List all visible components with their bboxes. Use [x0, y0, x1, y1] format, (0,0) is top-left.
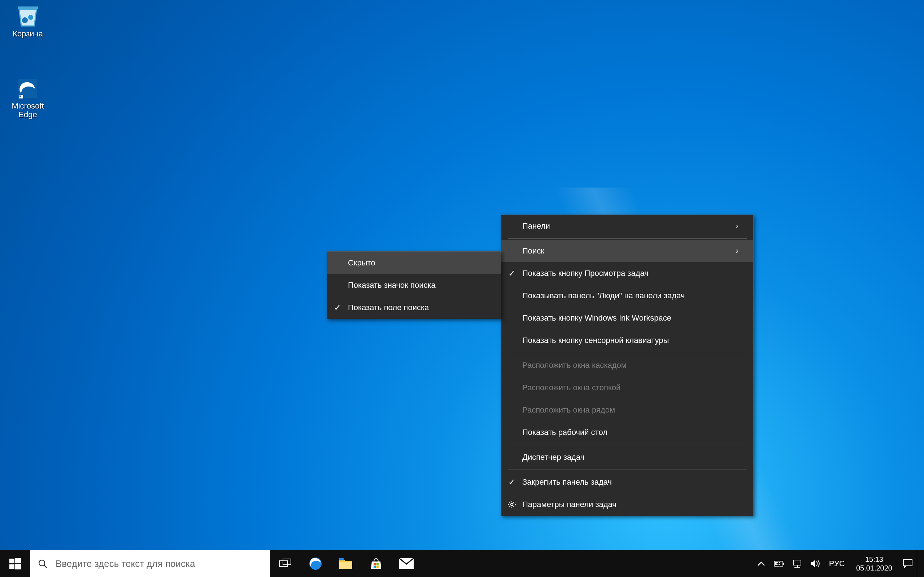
- search-placeholder: Введите здесь текст для поиска: [56, 558, 195, 569]
- sub-item-2[interactable]: ✓Показать поле поиска: [327, 297, 501, 319]
- menu-item-label: Расположить окна рядом: [522, 405, 745, 415]
- sub-item-1[interactable]: Показать значок поиска: [327, 274, 501, 297]
- ctx-item[interactable]: Диспетчер задач: [501, 446, 753, 469]
- ctx-item[interactable]: Показать кнопку сенсорной клавиатуры: [501, 329, 753, 351]
- gear-icon: [501, 501, 522, 508]
- taskbar[interactable]: Введите здесь текст для поиска: [0, 550, 924, 577]
- ctx-item: Расположить окна каскадом: [501, 354, 753, 377]
- check-icon: ✓: [501, 477, 522, 487]
- ctx-item[interactable]: Панели›: [501, 215, 753, 237]
- menu-item-label: Закрепить панель задач: [522, 477, 745, 487]
- ctx-item[interactable]: ✓Закрепить панель задач: [501, 471, 753, 493]
- taskbar-app-edge[interactable]: [300, 550, 331, 577]
- svg-rect-14: [339, 562, 352, 569]
- tray-time: 15:13: [865, 555, 883, 564]
- menu-item-label: Расположить окна стопкой: [522, 383, 745, 392]
- svg-rect-6: [15, 558, 21, 563]
- ctx-item[interactable]: Показывать панель "Люди" на панели задач: [501, 285, 753, 307]
- menu-item-label: Расположить окна каскадом: [522, 361, 745, 370]
- chevron-right-icon: ›: [729, 246, 745, 256]
- svg-rect-5: [10, 559, 15, 563]
- svg-line-10: [44, 565, 47, 568]
- taskbar-app-store[interactable]: [361, 550, 391, 577]
- desktop-icon-label: Корзина: [4, 29, 51, 38]
- sub-item-0[interactable]: Скрыто: [327, 252, 501, 274]
- menu-item-label: Диспетчер задач: [522, 453, 745, 462]
- system-tray: РУС 15:13 05.01.2020: [749, 550, 924, 577]
- svg-rect-22: [783, 562, 784, 565]
- taskbar-app-explorer[interactable]: [331, 550, 361, 577]
- svg-rect-16: [373, 563, 376, 566]
- menu-item-label: Показать кнопку Просмотра задач: [522, 269, 745, 278]
- tray-volume-icon[interactable]: [806, 550, 824, 577]
- svg-point-1: [28, 15, 33, 20]
- menu-item-label: Показать поле поиска: [348, 303, 492, 312]
- ctx-item: Расположить окна рядом: [501, 399, 753, 421]
- desktop-icon-edge[interactable]: Microsoft Edge: [4, 77, 51, 119]
- menu-item-label: Скрыто: [348, 258, 492, 268]
- menu-item-label: Показать кнопку Windows Ink Workspace: [522, 313, 745, 323]
- search-icon: [37, 559, 48, 569]
- ctx-item[interactable]: Поиск›: [501, 240, 753, 262]
- svg-point-0: [22, 17, 28, 23]
- ctx-item: Расположить окна стопкой: [501, 377, 753, 399]
- tray-language[interactable]: РУС: [824, 550, 850, 577]
- check-icon: ✓: [501, 268, 522, 279]
- svg-rect-18: [373, 566, 376, 568]
- tray-power-icon[interactable]: [770, 550, 788, 577]
- menu-item-label: Показать кнопку сенсорной клавиатуры: [522, 336, 745, 345]
- ctx-item[interactable]: Параметры панели задач: [501, 493, 753, 516]
- show-desktop-button[interactable]: [917, 550, 921, 577]
- start-button[interactable]: [0, 550, 30, 577]
- menu-item-label: Поиск: [522, 246, 729, 256]
- menu-item-label: Показывать панель "Люди" на панели задач: [522, 291, 745, 300]
- menu-item-label: Показать рабочий стол: [522, 428, 745, 437]
- desktop[interactable]: Корзина Microsoft Edge Панели›Поиск›✓Пок…: [0, 0, 924, 577]
- tray-overflow-chevron-icon[interactable]: [752, 550, 770, 577]
- svg-rect-7: [10, 564, 15, 569]
- search-box[interactable]: Введите здесь текст для поиска: [30, 550, 270, 577]
- task-view-button[interactable]: [270, 550, 300, 577]
- desktop-icon-recycle-bin[interactable]: Корзина: [4, 5, 51, 38]
- ctx-item[interactable]: Показать рабочий стол: [501, 421, 753, 443]
- tray-clock[interactable]: 15:13 05.01.2020: [850, 555, 899, 572]
- svg-point-9: [39, 560, 45, 566]
- edge-icon: [13, 77, 42, 100]
- chevron-right-icon: ›: [729, 221, 745, 231]
- menu-item-label: Панели: [522, 221, 729, 231]
- taskbar-context-menu: Панели›Поиск›✓Показать кнопку Просмотра …: [501, 214, 754, 516]
- menu-item-label: Показать значок поиска: [348, 280, 492, 290]
- menu-item-label: Параметры панели задач: [522, 500, 745, 509]
- svg-rect-15: [339, 558, 344, 561]
- svg-rect-24: [794, 560, 801, 565]
- ctx-item[interactable]: ✓Показать кнопку Просмотра задач: [501, 262, 753, 285]
- tray-network-icon[interactable]: [788, 550, 806, 577]
- tray-date: 05.01.2020: [856, 564, 892, 572]
- check-icon: ✓: [327, 303, 348, 313]
- svg-rect-19: [376, 566, 379, 568]
- ctx-item[interactable]: Показать кнопку Windows Ink Workspace: [501, 307, 753, 329]
- svg-rect-8: [15, 564, 21, 569]
- taskbar-app-mail[interactable]: [391, 550, 422, 577]
- search-submenu: СкрытоПоказать значок поиска✓Показать по…: [327, 251, 501, 319]
- svg-point-4: [511, 503, 513, 506]
- desktop-icon-label: Microsoft Edge: [4, 102, 51, 119]
- svg-rect-27: [903, 560, 912, 566]
- svg-rect-17: [376, 563, 379, 566]
- recycle-bin-icon: [13, 5, 42, 28]
- tray-action-center-icon[interactable]: [899, 550, 917, 577]
